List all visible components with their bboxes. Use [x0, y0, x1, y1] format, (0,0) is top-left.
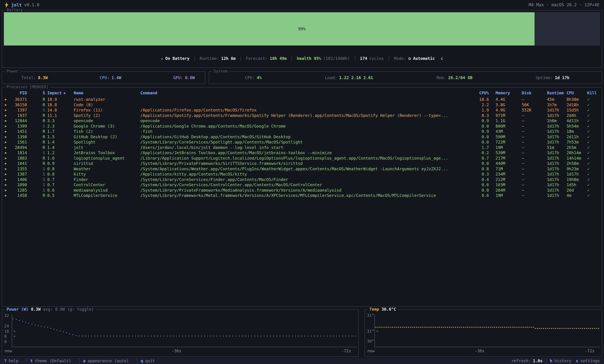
row-expand-icon[interactable]: ▶: [5, 193, 7, 198]
process-row[interactable]: ▶ 1561 R 1.4 Spotlight /System/Library/C…: [2, 139, 602, 145]
key-hint[interactable]: a: [83, 359, 86, 363]
cell-pid: 1285: [7, 188, 27, 193]
cell-command: -fish: [140, 129, 471, 134]
cell-kill-flag[interactable]: ✓: [587, 150, 590, 156]
cell-kill-flag[interactable]: ✓: [587, 107, 590, 113]
sort-desc-icon: ▼: [63, 91, 65, 95]
cell-kill-flag[interactable]: ✓: [587, 139, 590, 145]
key-hint[interactable]: t: [30, 359, 33, 363]
row-expand-icon[interactable]: ▶: [5, 156, 7, 161]
process-row[interactable]: ▶ 28494 R 1.4 jolt /Users/jordon/.local/…: [2, 145, 602, 150]
column-header-state[interactable]: S: [43, 90, 45, 96]
keybind-help[interactable]: ?help: [4, 359, 18, 363]
key-hint[interactable]: s: [576, 359, 578, 363]
process-row[interactable]: ▶ 1803 R 1.0 logioptionsplus_agent /Libr…: [2, 156, 602, 161]
column-header-name[interactable]: Name: [74, 90, 83, 96]
cell-pid: 1041: [7, 161, 27, 166]
row-expand-icon[interactable]: ▶: [5, 172, 7, 177]
column-header-disk[interactable]: Disk: [522, 90, 531, 96]
cell-kill-flag[interactable]: ✓: [587, 166, 590, 172]
row-expand-icon[interactable]: ▶: [5, 124, 7, 129]
row-expand-icon[interactable]: ▶: [5, 166, 7, 172]
cell-kill-flag[interactable]: ✓: [587, 97, 590, 102]
process-row[interactable]: ▶ 1397 S 14.8 Firefox (11) /Applications…: [2, 107, 602, 113]
process-row[interactable]: ▶ 1399 S 2.3 Google Chrome (3) /Applicat…: [2, 124, 602, 129]
sys-cpu-value: 4%: [257, 75, 262, 80]
process-row[interactable]: ▶ 1406 S 0.7 Finder /System/Library/Core…: [2, 177, 602, 182]
cell-kill-flag[interactable]: ✓: [587, 118, 590, 124]
row-expand-icon[interactable]: ▶: [5, 145, 7, 150]
process-row[interactable]: ▶ 36158 R 18.8 Code (8) 2.2 3.8G 56K 1h7…: [2, 102, 602, 108]
keybind-quit[interactable]: qquit: [141, 359, 155, 363]
row-expand-icon[interactable]: ▶: [5, 102, 7, 108]
cell-kill-flag[interactable]: ✓: [587, 129, 590, 134]
key-hint[interactable]: ?: [4, 359, 7, 363]
column-header-pid[interactable]: PID: [7, 90, 27, 96]
cell-cpu-pct: 8.3: [470, 113, 489, 118]
row-expand-icon[interactable]: ▶: [5, 113, 7, 118]
process-row[interactable]: ▶ 1451 R 1.7 fish (2) -fish 0.9 43M – 1d…: [2, 129, 602, 134]
column-header-runtime[interactable]: Runtime: [547, 90, 564, 96]
process-row[interactable]: ▶ 1458 R 0.5 MTLCompilerService /System/…: [2, 193, 602, 198]
row-expand-icon[interactable]: ▶: [5, 134, 7, 140]
row-expand-icon[interactable]: ▶: [5, 188, 7, 193]
y-axis-tick: 31°: [367, 313, 374, 318]
process-row[interactable]: ▶ 1355 S 0.8 Weather /System/Application…: [2, 166, 602, 172]
cell-kill-flag[interactable]: ✓: [587, 193, 590, 198]
row-expand-icon[interactable]: ▶: [5, 97, 7, 102]
process-row[interactable]: ▶ 1398 R 1.5 GitHub Desktop (2) /Applica…: [2, 134, 602, 140]
cell-kill-flag[interactable]: ✓: [587, 156, 590, 161]
column-header-cpu-time[interactable]: CPU: [566, 90, 574, 96]
row-expand-icon[interactable]: ▶: [5, 118, 7, 124]
keybind-history[interactable]: hhistory: [550, 359, 571, 363]
power-chart-avg-toggle-hint[interactable]: avg: 8.8W (g: toggle): [43, 307, 94, 312]
mode-key-hint[interactable]: c: [441, 56, 443, 61]
row-expand-icon[interactable]: ▶: [5, 129, 7, 134]
cell-state: R: [43, 129, 45, 134]
process-row[interactable]: ▶ 1937 R 11.1 Spotify (2) /Applications/…: [2, 113, 602, 118]
cell-kill-flag[interactable]: ✓: [587, 134, 590, 140]
keybind-appearance[interactable]: aappearance (auto): [83, 359, 129, 363]
row-expand-icon[interactable]: ▶: [5, 177, 7, 182]
cell-kill-flag[interactable]: ✓: [587, 124, 590, 129]
cell-kill-flag[interactable]: ✓: [587, 188, 590, 193]
row-expand-icon[interactable]: ▶: [5, 150, 7, 156]
cell-runtime: 51m: [547, 145, 554, 150]
process-row[interactable]: ▶ 1387 S 0.8 kitty /Applications/kitty.a…: [2, 172, 602, 177]
power-chart-title: Power (W) 8.3W avg: 8.8W (g: toggle): [5, 307, 96, 312]
row-expand-icon[interactable]: ▶: [5, 107, 7, 113]
cell-disk: –: [522, 193, 524, 198]
row-expand-icon[interactable]: ▶: [5, 182, 7, 188]
process-row[interactable]: ▶ 12844 R 3.3 opencode opencode 0.9 1.1G…: [2, 118, 602, 124]
column-header-impact[interactable]: Impact▼: [47, 90, 66, 96]
cell-kill-flag[interactable]: ✓: [587, 161, 590, 166]
column-header-cpu-pct[interactable]: CPU%: [470, 90, 489, 96]
cell-kill-flag[interactable]: ✓: [587, 113, 590, 118]
health-value: health 95%: [297, 56, 321, 61]
process-row[interactable]: ▶ 1814 S 1.2 JetBrains Toolbox /Applicat…: [2, 150, 602, 156]
column-header-kill[interactable]: Kill: [587, 90, 597, 96]
keybind-settings[interactable]: ssettings: [576, 359, 600, 363]
column-header-memory[interactable]: Memory: [495, 90, 510, 96]
process-row[interactable]: ▶ 1041 R 0.9 sirittsd /System/Library/Pr…: [2, 161, 602, 166]
divider: [389, 56, 389, 61]
cell-disk: –: [522, 134, 524, 140]
process-row[interactable]: ▶ 36371 R 18.9 rust-analyzer 18.6 4.4G –…: [2, 97, 602, 102]
column-header-command[interactable]: Command: [140, 90, 471, 96]
cell-pid: 1937: [7, 113, 27, 118]
cell-kill-flag[interactable]: ✓: [587, 182, 590, 188]
cell-kill-flag[interactable]: ✓: [587, 172, 590, 177]
x-axis-tick: -72s: [341, 349, 351, 353]
row-expand-icon[interactable]: ▶: [5, 161, 7, 166]
cell-kill-flag[interactable]: ✗: [587, 177, 590, 182]
y-axis-tick: 24: [4, 323, 9, 329]
key-hint[interactable]: h: [550, 359, 552, 363]
keybind-theme[interactable]: ttheme (Default): [30, 359, 71, 363]
cell-kill-flag[interactable]: ✓: [587, 102, 590, 108]
key-hint[interactable]: q: [141, 359, 143, 363]
process-row[interactable]: ▶ 1285 S 0.6 mediaanalysisd /System/Libr…: [2, 188, 602, 193]
row-expand-icon[interactable]: ▶: [5, 139, 7, 145]
cell-impact: 1.7: [47, 129, 55, 134]
cell-kill-flag[interactable]: ✓: [587, 145, 590, 150]
process-row[interactable]: ▶ 1090 S 0.7 ControlCenter /System/Libra…: [2, 182, 602, 188]
